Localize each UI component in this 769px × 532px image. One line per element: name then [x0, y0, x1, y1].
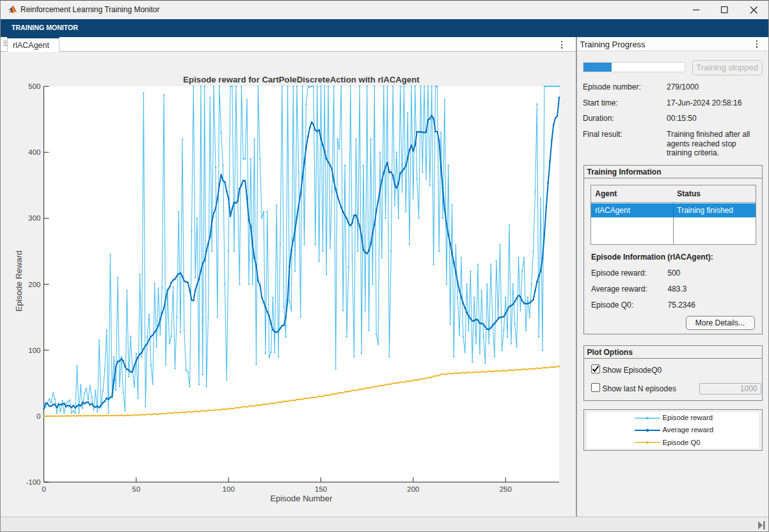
svg-text:-100: -100: [26, 478, 40, 486]
svg-text:400: 400: [28, 148, 40, 156]
svg-text:300: 300: [28, 214, 40, 222]
svg-text:250: 250: [500, 485, 512, 493]
svg-text:50: 50: [132, 485, 141, 493]
svg-text:150: 150: [315, 485, 327, 493]
svg-text:100: 100: [223, 485, 235, 493]
svg-text:0: 0: [42, 485, 45, 493]
svg-text:500: 500: [28, 82, 40, 90]
svg-text:Episode Reward: Episode Reward: [14, 251, 24, 311]
svg-text:Episode Number: Episode Number: [271, 494, 333, 503]
svg-text:0: 0: [36, 412, 40, 420]
svg-text:Episode reward for CartPoleDis: Episode reward for CartPoleDiscreteActio…: [183, 75, 420, 84]
svg-text:100: 100: [28, 347, 40, 354]
svg-text:200: 200: [28, 281, 40, 288]
svg-text:200: 200: [407, 485, 419, 493]
